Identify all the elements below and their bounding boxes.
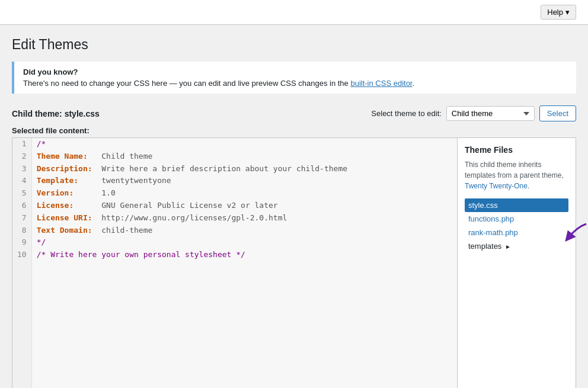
line-num-5: 5 xyxy=(12,187,31,200)
main-content: Edit Themes Did you know? There's no nee… xyxy=(0,25,588,388)
line-num-7: 7 xyxy=(12,212,31,225)
chevron-down-icon: ▾ xyxy=(565,8,570,17)
select-button[interactable]: Select xyxy=(539,105,576,121)
code-row-3: 3 Description: Write here a brief descri… xyxy=(12,163,457,175)
code-line-7: License URI: http://www.gnu.org/licenses… xyxy=(31,212,457,225)
file-link-rank-math-php[interactable]: rank-math.php xyxy=(468,228,518,237)
code-row-6: 6 License: GNU General Public License v2… xyxy=(12,200,457,212)
info-text-before: There's no need to change your CSS here … xyxy=(23,79,350,88)
file-list: style.css functions.php rank-math.php xyxy=(465,198,568,253)
code-row-10: 10 /* Write here your own personal style… xyxy=(12,249,457,261)
info-box: Did you know? There's no need to change … xyxy=(12,62,576,94)
code-line-6: License: GNU General Public License v2 o… xyxy=(31,200,457,212)
help-button[interactable]: Help ▾ xyxy=(541,5,576,20)
sidebar-title: Theme Files xyxy=(465,145,568,155)
code-row-4: 4 Template: twentytwentyone xyxy=(12,175,457,187)
css-editor-link[interactable]: built-in CSS editor xyxy=(350,79,412,88)
theme-select-area: Select theme to edit: Child theme Twenty… xyxy=(371,105,576,121)
code-table: 1 /* 2 Theme Name: Child theme 3 Descrip… xyxy=(12,138,457,388)
header-bar: Help ▾ xyxy=(0,0,588,25)
sidebar-desc-pre: This child theme inherits templates from… xyxy=(465,161,564,179)
line-num-9: 9 xyxy=(12,236,31,249)
file-item-style-css[interactable]: style.css xyxy=(465,198,568,212)
code-row-5: 5 Version: 1.0 xyxy=(12,187,457,200)
file-item-rank-math-php[interactable]: rank-math.php xyxy=(465,226,568,239)
line-num-6: 6 xyxy=(12,200,31,212)
code-row-8: 8 Text Domain: child-theme xyxy=(12,225,457,237)
file-label: Child theme: style.css xyxy=(12,109,100,118)
folder-name-templates: templates xyxy=(468,242,501,251)
help-label: Help xyxy=(547,8,563,17)
file-link-functions-php[interactable]: functions.php xyxy=(468,214,514,223)
line-num-10: 10 xyxy=(12,249,31,261)
code-line-3: Description: Write here a brief descript… xyxy=(31,163,457,175)
line-num-3: 3 xyxy=(12,163,31,175)
line-num-2: 2 xyxy=(12,150,31,163)
file-item-templates[interactable]: templates ► xyxy=(465,239,568,253)
line-num-1: 1 xyxy=(12,138,31,150)
sidebar-desc: This child theme inherits templates from… xyxy=(465,159,568,191)
selected-file-label: Selected file content: xyxy=(12,126,90,135)
sidebar-desc-post: . xyxy=(528,182,529,190)
code-editor[interactable]: 1 /* 2 Theme Name: Child theme 3 Descrip… xyxy=(12,138,457,388)
code-line-1: /* xyxy=(31,138,457,150)
code-row-9: 9 */ xyxy=(12,236,457,249)
editor-header: Child theme: style.css Select theme to e… xyxy=(12,105,576,121)
code-line-5: Version: 1.0 xyxy=(31,187,457,200)
sidebar: Theme Files This child theme inherits te… xyxy=(457,138,576,388)
select-theme-label: Select theme to edit: xyxy=(371,109,442,118)
code-row-7: 7 License URI: http://www.gnu.org/licens… xyxy=(12,212,457,225)
code-line-8: Text Domain: child-theme xyxy=(31,225,457,237)
line-num-4: 4 xyxy=(12,175,31,187)
info-text-after: . xyxy=(412,79,414,88)
code-row-1: 1 /* xyxy=(12,138,457,150)
editor-area: 1 /* 2 Theme Name: Child theme 3 Descrip… xyxy=(12,137,576,388)
file-item-functions-php[interactable]: functions.php xyxy=(465,212,568,226)
folder-arrow-icon: ► xyxy=(505,243,511,250)
info-box-text: There's no need to change your CSS here … xyxy=(23,79,567,88)
code-row-empty xyxy=(12,261,457,388)
page-title: Edit Themes xyxy=(12,37,576,53)
line-num-8: 8 xyxy=(12,225,31,237)
info-box-title: Did you know? xyxy=(23,68,567,76)
code-line-2: Theme Name: Child theme xyxy=(31,150,457,163)
file-name-style-css: style.css xyxy=(468,201,498,210)
code-line-4: Template: twentytwentyone xyxy=(31,175,457,187)
selected-file-row: Selected file content: xyxy=(12,126,576,135)
parent-theme-link[interactable]: Twenty Twenty-One xyxy=(465,182,528,190)
arrow-annotation-icon xyxy=(557,221,588,248)
code-row-2: 2 Theme Name: Child theme xyxy=(12,150,457,163)
theme-dropdown[interactable]: Child theme Twenty Twenty-One xyxy=(446,106,535,121)
code-line-9: */ xyxy=(31,236,457,249)
code-line-10: /* Write here your own personal styleshe… xyxy=(31,249,457,261)
